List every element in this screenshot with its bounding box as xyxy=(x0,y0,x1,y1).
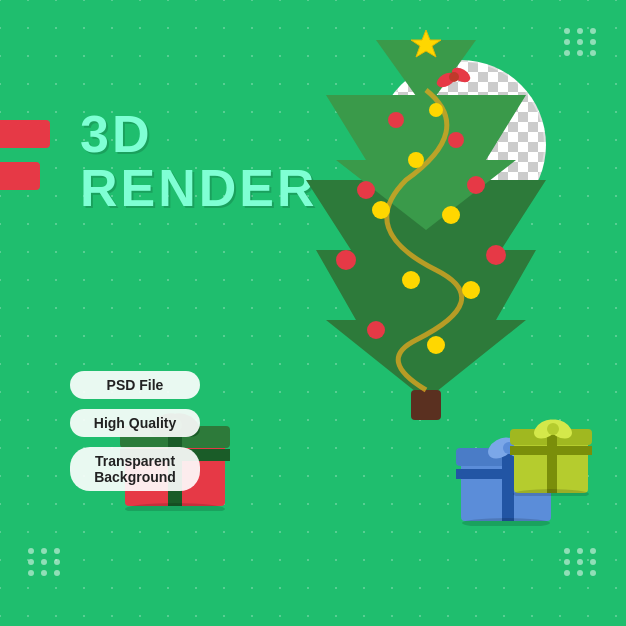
dot xyxy=(54,559,60,565)
gift-right-yellow xyxy=(506,411,596,496)
dot xyxy=(577,548,583,554)
svg-point-8 xyxy=(467,176,485,194)
svg-rect-3 xyxy=(411,390,441,420)
dot xyxy=(577,559,583,565)
svg-point-44 xyxy=(547,423,559,435)
svg-point-11 xyxy=(367,321,385,339)
dots-bottom-right xyxy=(564,548,598,576)
red-bar-2 xyxy=(0,162,40,190)
dot xyxy=(564,559,570,565)
dot xyxy=(577,28,583,34)
svg-point-5 xyxy=(388,112,404,128)
svg-point-6 xyxy=(448,132,464,148)
dot xyxy=(41,559,47,565)
svg-point-17 xyxy=(462,281,480,299)
dot xyxy=(28,570,34,576)
dot xyxy=(28,548,34,554)
main-container: 3D RENDER xyxy=(0,0,626,626)
svg-point-9 xyxy=(336,250,356,270)
dot xyxy=(590,559,596,565)
svg-point-18 xyxy=(427,336,445,354)
svg-point-15 xyxy=(442,206,460,224)
dot xyxy=(577,39,583,45)
dot xyxy=(41,570,47,576)
dot xyxy=(41,548,47,554)
dot xyxy=(564,39,570,45)
dot xyxy=(54,570,60,576)
dot xyxy=(28,559,34,565)
dot xyxy=(564,548,570,554)
dot xyxy=(590,39,596,45)
svg-point-16 xyxy=(402,271,420,289)
dot xyxy=(564,28,570,34)
dot xyxy=(577,50,583,56)
svg-point-10 xyxy=(486,245,506,265)
dot xyxy=(577,570,583,576)
bg-badge: TransparentBackground xyxy=(70,447,200,491)
christmas-tree xyxy=(276,30,576,430)
dots-top-right xyxy=(564,28,598,56)
dots-bottom-left xyxy=(28,548,62,576)
svg-point-12 xyxy=(429,103,443,117)
dot xyxy=(54,548,60,554)
quality-badge: High Quality xyxy=(70,409,200,437)
dot xyxy=(590,570,596,576)
red-bar-1 xyxy=(0,120,50,148)
psd-badge: PSD File xyxy=(70,371,200,399)
title-3d: 3D xyxy=(80,108,152,160)
svg-point-7 xyxy=(357,181,375,199)
svg-point-13 xyxy=(408,152,424,168)
badge-container: PSD File High Quality TransparentBackgro… xyxy=(70,371,200,491)
svg-rect-40 xyxy=(547,429,557,493)
dot xyxy=(564,570,570,576)
svg-point-14 xyxy=(372,201,390,219)
svg-point-21 xyxy=(449,72,459,82)
svg-rect-41 xyxy=(510,446,592,455)
dot xyxy=(590,548,596,554)
dot xyxy=(590,28,596,34)
dot xyxy=(590,50,596,56)
dot xyxy=(564,50,570,56)
